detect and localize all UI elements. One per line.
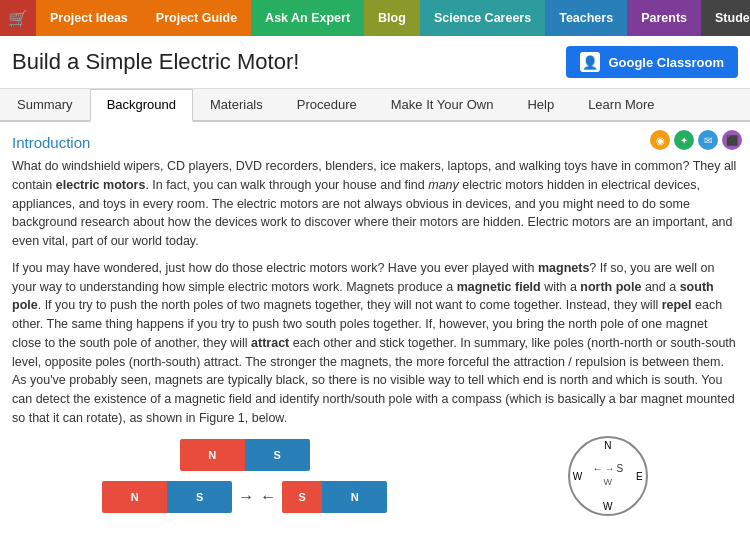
share-icon-bookmark[interactable]: ✦ — [674, 130, 694, 150]
magnet-south-3: S — [282, 481, 322, 513]
nav-teachers[interactable]: Teachers — [545, 0, 627, 36]
diagrams-area: N S N S → ← S N N W — [12, 436, 738, 516]
nav-parents[interactable]: Parents — [627, 0, 701, 36]
magnet-2-left: N S — [102, 481, 232, 513]
tab-learn-more[interactable]: Learn More — [571, 89, 671, 120]
tabs-bar: Summary Background Materials Procedure M… — [0, 89, 750, 122]
compass-west-label: W — [573, 470, 582, 481]
share-icons: ◉ ✦ ✉ ⬛ — [650, 130, 742, 150]
arrow-right: → — [238, 488, 254, 506]
section-title: Introduction — [12, 134, 738, 151]
site-logo[interactable]: 🛒 — [0, 0, 36, 36]
compass-north-label: N — [604, 440, 611, 451]
nav-project-ideas[interactable]: Project Ideas — [36, 0, 142, 36]
magnet-repel-pair: N S → ← S N — [102, 481, 387, 513]
page-title: Build a Simple Electric Motor! — [0, 49, 299, 75]
google-classroom-button[interactable]: 👤 Google Classroom — [566, 46, 738, 78]
tab-materials[interactable]: Materials — [193, 89, 280, 120]
tab-summary[interactable]: Summary — [0, 89, 90, 120]
compass-east-label: E — [636, 470, 643, 481]
share-icon-print[interactable]: ⬛ — [722, 130, 742, 150]
magnet-2-right: S N — [282, 481, 387, 513]
share-icon-email[interactable]: ✉ — [698, 130, 718, 150]
intro-paragraph-2: If you may have wondered, just how do th… — [12, 259, 738, 428]
nav-project-guide[interactable]: Project Guide — [142, 0, 251, 36]
tab-make-it-your-own[interactable]: Make It Your Own — [374, 89, 511, 120]
tab-background[interactable]: Background — [90, 89, 193, 122]
top-navigation: 🛒 Project Ideas Project Guide Ask An Exp… — [0, 0, 750, 36]
nav-ask-expert[interactable]: Ask An Expert — [251, 0, 364, 36]
magnet-south-2: S — [167, 481, 232, 513]
compass-labels: N W E W — [570, 438, 646, 514]
nav-students[interactable]: Stude... — [701, 0, 750, 36]
magnet-north-2: N — [102, 481, 167, 513]
page-header: Build a Simple Electric Motor! 👤 Google … — [0, 36, 750, 89]
arrow-left: ← — [260, 488, 276, 506]
intro-paragraph-1: What do windshield wipers, CD players, D… — [12, 157, 738, 251]
magnet-single: N S — [180, 439, 310, 471]
compass-diagram: N W E W ← → S W — [568, 436, 648, 516]
compass-south-label: W — [603, 501, 612, 512]
google-classroom-label: Google Classroom — [608, 55, 724, 70]
google-classroom-icon: 👤 — [580, 52, 600, 72]
magnet-1: N S — [180, 439, 310, 471]
magnet-north-3: N — [322, 481, 387, 513]
magnet-south-1: S — [245, 439, 310, 471]
share-icon-rss[interactable]: ◉ — [650, 130, 670, 150]
content-area: ◉ ✦ ✉ ⬛ Introduction What do windshield … — [0, 122, 750, 524]
nav-blog[interactable]: Blog — [364, 0, 420, 36]
tab-procedure[interactable]: Procedure — [280, 89, 374, 120]
nav-science-careers[interactable]: Science Careers — [420, 0, 545, 36]
tab-help[interactable]: Help — [510, 89, 571, 120]
magnet-diagrams: N S N S → ← S N — [102, 439, 387, 513]
magnet-north-1: N — [180, 439, 245, 471]
